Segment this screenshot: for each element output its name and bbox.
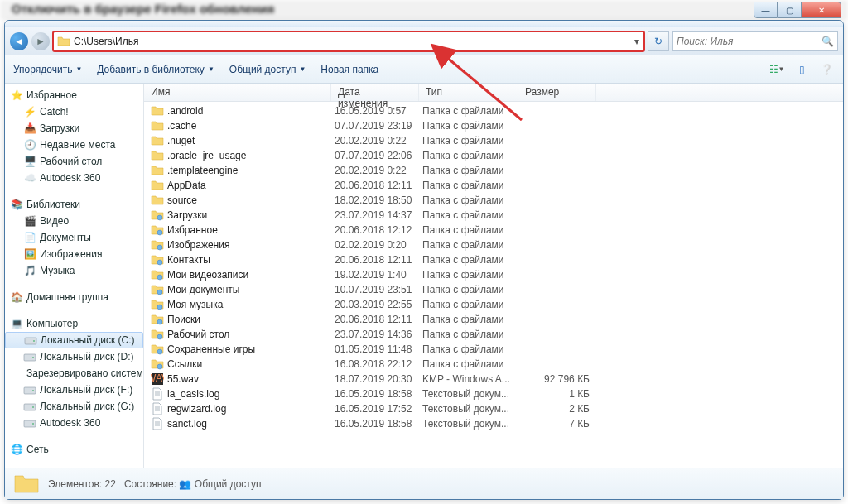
- file-name: 55.wav: [167, 373, 335, 385]
- file-row[interactable]: WAV 55.wav 18.07.2019 20:30 KMP - Window…: [144, 372, 843, 386]
- file-row[interactable]: Моя музыка 20.03.2019 22:55 Папка с файл…: [144, 297, 843, 312]
- back-button[interactable]: ◄: [10, 32, 28, 50]
- file-name: ia_oasis.log: [167, 388, 335, 400]
- network-header[interactable]: 🌐Сеть: [5, 441, 143, 458]
- view-options-button[interactable]: ☷ ▼: [768, 61, 785, 78]
- forward-button[interactable]: ►: [31, 32, 50, 50]
- sidebar-fav-item[interactable]: 🖥️Рабочий стол: [5, 153, 143, 170]
- nav-bar: ◄ ► ▾ ↻ 🔍: [5, 27, 843, 55]
- file-row[interactable]: sanct.log 16.05.2019 18:58 Текстовый док…: [144, 416, 843, 431]
- navigation-pane[interactable]: ⭐Избранное ⚡Catch!📥Загрузки🕘Недавние мес…: [5, 84, 144, 468]
- maximize-button[interactable]: ▢: [778, 2, 802, 18]
- favorites-header[interactable]: ⭐Избранное: [5, 87, 143, 103]
- file-date: 07.07.2019 23:19: [335, 120, 422, 132]
- sidebar-drive-item[interactable]: Локальный диск (F:): [5, 382, 143, 398]
- folder-sys-icon: [151, 223, 164, 237]
- sidebar-fav-item[interactable]: 🕘Недавние места: [5, 137, 143, 153]
- file-row[interactable]: Контакты 20.06.2018 12:11 Папка с файлам…: [144, 252, 843, 267]
- svg-text:WAV: WAV: [151, 372, 164, 384]
- close-button[interactable]: ✕: [802, 2, 841, 18]
- folder-sys-icon: [151, 268, 164, 281]
- file-row[interactable]: Мои документы 10.07.2019 23:51 Папка с ф…: [144, 282, 843, 297]
- file-type: Текстовый докум...: [422, 388, 522, 400]
- col-date[interactable]: Дата изменения: [331, 84, 419, 101]
- preview-pane-button[interactable]: ▯: [793, 61, 810, 78]
- file-row[interactable]: Изображения 02.02.2019 0:20 Папка с файл…: [144, 238, 843, 252]
- sidebar-fav-item[interactable]: 📥Загрузки: [5, 120, 143, 137]
- address-dropdown[interactable]: ▾: [630, 36, 643, 47]
- homegroup-header[interactable]: 🏠Домашняя группа: [5, 289, 143, 305]
- minimize-button[interactable]: —: [754, 2, 778, 18]
- file-name: Избранное: [167, 224, 335, 236]
- file-list-area: Имя Дата изменения Тип Размер .android 1…: [144, 84, 843, 468]
- file-row[interactable]: .nuget 20.02.2019 0:22 Папка с файлами: [144, 133, 843, 148]
- sidebar-drive-item[interactable]: Локальный диск (G:): [5, 398, 143, 415]
- file-row[interactable]: Мои видеозаписи 19.02.2019 1:40 Папка с …: [144, 267, 843, 282]
- file-name: Рабочий стол: [167, 329, 335, 340]
- col-size[interactable]: Размер: [518, 84, 596, 101]
- computer-header[interactable]: 💻Компьютер: [5, 315, 143, 332]
- explorer-window: — ▢ ✕ ◄ ► ▾ ↻ 🔍 Упорядочить ▼ Добавить в…: [4, 20, 844, 500]
- file-type: Текстовый докум...: [422, 403, 522, 415]
- address-bar[interactable]: ▾: [53, 31, 644, 51]
- folder-icon: [151, 119, 164, 132]
- file-row[interactable]: Ссылки 16.08.2018 22:12 Папка с файлами: [144, 357, 843, 372]
- file-row[interactable]: Поиски 20.06.2018 12:11 Папка с файлами: [144, 312, 843, 327]
- refresh-button[interactable]: ↻: [648, 31, 669, 51]
- file-date: 02.02.2019 0:20: [335, 239, 422, 251]
- search-input[interactable]: [677, 36, 822, 47]
- sidebar-lib-item[interactable]: 🎵Музыка: [5, 262, 143, 279]
- file-row[interactable]: .android 16.05.2019 0:57 Папка с файлами: [144, 103, 843, 118]
- file-row[interactable]: .cache 07.07.2019 23:19 Папка с файлами: [144, 118, 843, 133]
- drive-icon: [23, 400, 36, 413]
- file-row[interactable]: Сохраненные игры 01.05.2019 11:48 Папка …: [144, 342, 843, 357]
- col-type[interactable]: Тип: [419, 84, 518, 101]
- drive-icon: [23, 350, 36, 363]
- file-row[interactable]: regwizard.log 16.05.2019 17:52 Текстовый…: [144, 401, 843, 416]
- file-row[interactable]: Избранное 20.06.2018 12:12 Папка с файла…: [144, 223, 843, 238]
- sidebar-drive-item[interactable]: Зарезервировано системой: [5, 365, 143, 382]
- file-list[interactable]: .android 16.05.2019 0:57 Папка с файлами…: [144, 102, 843, 468]
- folder-sys-icon: [151, 283, 164, 296]
- folder-icon: [151, 164, 164, 177]
- file-row[interactable]: source 18.02.2019 18:50 Папка с файлами: [144, 193, 843, 208]
- fav-icon: 📥: [23, 122, 36, 135]
- background-blur: Отключить в браузере Firefox обновления: [0, 0, 848, 20]
- drive-icon: [24, 334, 37, 347]
- folder-icon: [151, 179, 164, 192]
- file-row[interactable]: Загрузки 23.07.2019 14:37 Папка с файлам…: [144, 208, 843, 223]
- file-type: Папка с файлами: [422, 180, 522, 191]
- file-row[interactable]: .templateengine 20.02.2019 0:22 Папка с …: [144, 163, 843, 178]
- newfolder-button[interactable]: Новая папка: [320, 64, 378, 75]
- col-name[interactable]: Имя: [144, 84, 331, 101]
- sidebar-fav-item[interactable]: ⚡Catch!: [5, 103, 143, 120]
- file-date: 16.05.2019 0:57: [335, 105, 422, 117]
- search-box[interactable]: 🔍: [672, 31, 838, 51]
- file-date: 20.03.2019 22:55: [335, 299, 422, 310]
- sidebar-lib-item[interactable]: 🎬Видео: [5, 213, 143, 229]
- txt-icon: [151, 387, 164, 401]
- libraries-header[interactable]: 📚Библиотеки: [5, 196, 143, 213]
- file-name: Ссылки: [167, 358, 335, 370]
- sidebar-drive-item[interactable]: Локальный диск (C:): [5, 332, 143, 348]
- sidebar-fav-item[interactable]: ☁️Autodesk 360: [5, 170, 143, 186]
- search-icon: 🔍: [822, 36, 834, 47]
- window-controls: — ▢ ✕: [754, 2, 841, 18]
- lib-icon: 🎬: [23, 214, 36, 228]
- file-row[interactable]: AppData 20.06.2018 12:11 Папка с файлами: [144, 178, 843, 193]
- file-row[interactable]: ia_oasis.log 16.05.2019 18:58 Текстовый …: [144, 386, 843, 401]
- sidebar-drive-item[interactable]: Локальный диск (D:): [5, 348, 143, 365]
- sidebar-lib-item[interactable]: 🖼️Изображения: [5, 246, 143, 262]
- sidebar-lib-item[interactable]: 📄Документы: [5, 229, 143, 246]
- file-name: Загрузки: [167, 209, 335, 221]
- share-menu[interactable]: Общий доступ ▼: [229, 64, 306, 75]
- address-input[interactable]: [74, 36, 630, 47]
- help-button[interactable]: ❔: [818, 61, 835, 78]
- organize-menu[interactable]: Упорядочить ▼: [13, 64, 82, 75]
- file-date: 20.02.2019 0:22: [335, 165, 422, 176]
- folder-sys-icon: [151, 358, 164, 371]
- sidebar-drive-item[interactable]: Autodesk 360: [5, 415, 143, 431]
- file-row[interactable]: Рабочий стол 23.07.2019 14:36 Папка с фа…: [144, 327, 843, 342]
- file-row[interactable]: .oracle_jre_usage 07.07.2019 22:06 Папка…: [144, 148, 843, 163]
- addlib-menu[interactable]: Добавить в библиотеку ▼: [97, 64, 214, 75]
